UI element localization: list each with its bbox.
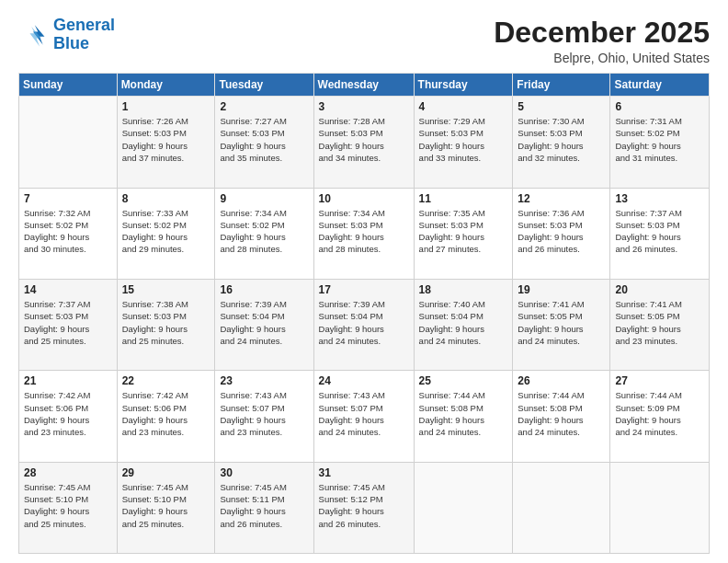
day-info: Sunrise: 7:45 AM Sunset: 5:11 PM Dayligh…: [220, 481, 308, 530]
day-number: 29: [122, 466, 210, 479]
day-info: Sunrise: 7:44 AM Sunset: 5:08 PM Dayligh…: [518, 389, 605, 438]
calendar-cell: 22Sunrise: 7:42 AM Sunset: 5:06 PM Dayli…: [117, 371, 215, 462]
title-area: December 2025 Belpre, Ohio, United State…: [494, 17, 710, 65]
top-section: General Blue December 2025 Belpre, Ohio,…: [18, 17, 710, 65]
day-number: 17: [319, 283, 409, 296]
calendar-cell: 24Sunrise: 7:43 AM Sunset: 5:07 PM Dayli…: [313, 371, 414, 462]
day-number: 21: [24, 374, 112, 387]
day-info: Sunrise: 7:32 AM Sunset: 5:02 PM Dayligh…: [24, 207, 112, 256]
day-info: Sunrise: 7:44 AM Sunset: 5:09 PM Dayligh…: [615, 389, 704, 438]
day-number: 8: [122, 192, 210, 205]
day-info: Sunrise: 7:33 AM Sunset: 5:02 PM Dayligh…: [122, 207, 210, 256]
day-number: 6: [615, 100, 704, 113]
day-number: 4: [419, 100, 508, 113]
day-number: 25: [419, 374, 508, 387]
week-row-1: 1Sunrise: 7:26 AM Sunset: 5:03 PM Daylig…: [19, 97, 710, 188]
logo-line2: Blue: [53, 34, 89, 52]
day-info: Sunrise: 7:34 AM Sunset: 5:03 PM Dayligh…: [319, 207, 409, 256]
day-info: Sunrise: 7:42 AM Sunset: 5:06 PM Dayligh…: [24, 389, 112, 438]
calendar-cell: 23Sunrise: 7:43 AM Sunset: 5:07 PM Dayli…: [215, 371, 313, 462]
day-info: Sunrise: 7:34 AM Sunset: 5:02 PM Dayligh…: [220, 207, 308, 256]
calendar-cell: 21Sunrise: 7:42 AM Sunset: 5:06 PM Dayli…: [19, 371, 118, 462]
day-number: 5: [518, 100, 605, 113]
calendar-cell: 3Sunrise: 7:28 AM Sunset: 5:03 PM Daylig…: [313, 97, 414, 188]
logo-text: General Blue: [53, 17, 115, 53]
day-number: 24: [319, 374, 409, 387]
week-row-4: 21Sunrise: 7:42 AM Sunset: 5:06 PM Dayli…: [19, 371, 710, 462]
day-number: 30: [220, 466, 308, 479]
day-number: 1: [122, 100, 210, 113]
day-info: Sunrise: 7:28 AM Sunset: 5:03 PM Dayligh…: [319, 115, 409, 164]
calendar-cell: 2Sunrise: 7:27 AM Sunset: 5:03 PM Daylig…: [215, 97, 313, 188]
calendar-cell: [19, 97, 118, 188]
week-row-3: 14Sunrise: 7:37 AM Sunset: 5:03 PM Dayli…: [19, 279, 710, 370]
day-number: 16: [220, 283, 308, 296]
header-day-tuesday: Tuesday: [215, 74, 313, 97]
calendar-cell: 28Sunrise: 7:45 AM Sunset: 5:10 PM Dayli…: [19, 462, 118, 553]
header-day-saturday: Saturday: [610, 74, 710, 97]
week-row-2: 7Sunrise: 7:32 AM Sunset: 5:02 PM Daylig…: [19, 188, 710, 279]
calendar-header-row: SundayMondayTuesdayWednesdayThursdayFrid…: [19, 74, 710, 97]
calendar-cell: 15Sunrise: 7:38 AM Sunset: 5:03 PM Dayli…: [117, 279, 215, 370]
calendar-cell: 11Sunrise: 7:35 AM Sunset: 5:03 PM Dayli…: [414, 188, 513, 279]
calendar-cell: [610, 462, 710, 553]
calendar-cell: 14Sunrise: 7:37 AM Sunset: 5:03 PM Dayli…: [19, 279, 118, 370]
calendar-cell: [513, 462, 610, 553]
day-info: Sunrise: 7:41 AM Sunset: 5:05 PM Dayligh…: [615, 298, 704, 347]
header-day-monday: Monday: [117, 74, 215, 97]
day-number: 15: [122, 283, 210, 296]
day-info: Sunrise: 7:35 AM Sunset: 5:03 PM Dayligh…: [419, 207, 508, 256]
header-day-friday: Friday: [513, 74, 610, 97]
day-number: 31: [319, 466, 409, 479]
calendar-cell: 26Sunrise: 7:44 AM Sunset: 5:08 PM Dayli…: [513, 371, 610, 462]
calendar-cell: 5Sunrise: 7:30 AM Sunset: 5:03 PM Daylig…: [513, 97, 610, 188]
calendar: SundayMondayTuesdayWednesdayThursdayFrid…: [18, 73, 710, 554]
day-info: Sunrise: 7:45 AM Sunset: 5:10 PM Dayligh…: [24, 481, 112, 530]
day-info: Sunrise: 7:27 AM Sunset: 5:03 PM Dayligh…: [220, 115, 308, 164]
day-number: 22: [122, 374, 210, 387]
calendar-cell: 4Sunrise: 7:29 AM Sunset: 5:03 PM Daylig…: [414, 97, 513, 188]
day-number: 27: [615, 374, 704, 387]
day-info: Sunrise: 7:43 AM Sunset: 5:07 PM Dayligh…: [319, 389, 409, 438]
calendar-cell: 19Sunrise: 7:41 AM Sunset: 5:05 PM Dayli…: [513, 279, 610, 370]
calendar-cell: 20Sunrise: 7:41 AM Sunset: 5:05 PM Dayli…: [610, 279, 710, 370]
day-info: Sunrise: 7:41 AM Sunset: 5:05 PM Dayligh…: [518, 298, 605, 347]
calendar-cell: 9Sunrise: 7:34 AM Sunset: 5:02 PM Daylig…: [215, 188, 313, 279]
header-day-thursday: Thursday: [414, 74, 513, 97]
calendar-cell: 16Sunrise: 7:39 AM Sunset: 5:04 PM Dayli…: [215, 279, 313, 370]
day-info: Sunrise: 7:36 AM Sunset: 5:03 PM Dayligh…: [518, 207, 605, 256]
day-info: Sunrise: 7:37 AM Sunset: 5:03 PM Dayligh…: [24, 298, 112, 347]
calendar-cell: 25Sunrise: 7:44 AM Sunset: 5:08 PM Dayli…: [414, 371, 513, 462]
day-info: Sunrise: 7:37 AM Sunset: 5:03 PM Dayligh…: [615, 207, 704, 256]
day-info: Sunrise: 7:39 AM Sunset: 5:04 PM Dayligh…: [319, 298, 409, 347]
day-info: Sunrise: 7:45 AM Sunset: 5:10 PM Dayligh…: [122, 481, 210, 530]
calendar-cell: [414, 462, 513, 553]
logo-area: General Blue: [18, 17, 115, 53]
day-info: Sunrise: 7:39 AM Sunset: 5:04 PM Dayligh…: [220, 298, 308, 347]
calendar-cell: 1Sunrise: 7:26 AM Sunset: 5:03 PM Daylig…: [117, 97, 215, 188]
calendar-cell: 8Sunrise: 7:33 AM Sunset: 5:02 PM Daylig…: [117, 188, 215, 279]
day-info: Sunrise: 7:43 AM Sunset: 5:07 PM Dayligh…: [220, 389, 308, 438]
calendar-cell: 7Sunrise: 7:32 AM Sunset: 5:02 PM Daylig…: [19, 188, 118, 279]
day-number: 12: [518, 192, 605, 205]
calendar-cell: 17Sunrise: 7:39 AM Sunset: 5:04 PM Dayli…: [313, 279, 414, 370]
day-number: 10: [319, 192, 409, 205]
day-number: 23: [220, 374, 308, 387]
header-day-sunday: Sunday: [19, 74, 118, 97]
calendar-cell: 29Sunrise: 7:45 AM Sunset: 5:10 PM Dayli…: [117, 462, 215, 553]
day-number: 28: [24, 466, 112, 479]
day-number: 18: [419, 283, 508, 296]
calendar-cell: 18Sunrise: 7:40 AM Sunset: 5:04 PM Dayli…: [414, 279, 513, 370]
day-number: 19: [518, 283, 605, 296]
logo-icon: [18, 20, 48, 50]
week-row-5: 28Sunrise: 7:45 AM Sunset: 5:10 PM Dayli…: [19, 462, 710, 553]
day-number: 9: [220, 192, 308, 205]
calendar-cell: 13Sunrise: 7:37 AM Sunset: 5:03 PM Dayli…: [610, 188, 710, 279]
day-info: Sunrise: 7:30 AM Sunset: 5:03 PM Dayligh…: [518, 115, 605, 164]
day-number: 14: [24, 283, 112, 296]
calendar-cell: 31Sunrise: 7:45 AM Sunset: 5:12 PM Dayli…: [313, 462, 414, 553]
day-number: 11: [419, 192, 508, 205]
day-info: Sunrise: 7:42 AM Sunset: 5:06 PM Dayligh…: [122, 389, 210, 438]
calendar-cell: 10Sunrise: 7:34 AM Sunset: 5:03 PM Dayli…: [313, 188, 414, 279]
day-info: Sunrise: 7:26 AM Sunset: 5:03 PM Dayligh…: [122, 115, 210, 164]
